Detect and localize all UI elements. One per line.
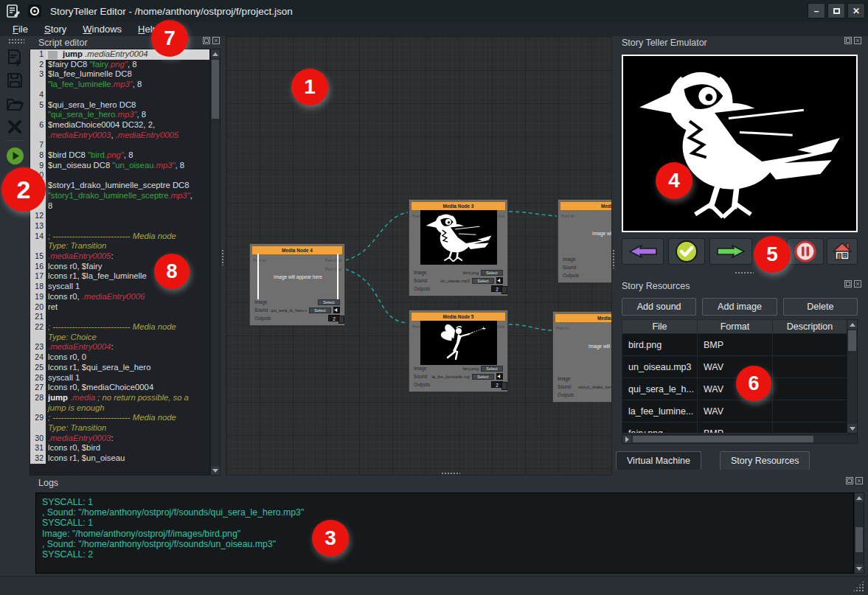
speaker-icon[interactable] xyxy=(333,307,340,313)
media-node-3[interactable]: Media Node 3 Port In Port Out Image bird… xyxy=(409,199,508,296)
code-line-32[interactable]: 32lcons r1, $un_oiseau xyxy=(30,453,209,464)
column-description[interactable]: Description xyxy=(773,320,847,333)
logs-scrollbar[interactable] xyxy=(854,493,864,574)
code-line-24[interactable]: 24lcons r0, 0 xyxy=(30,352,209,363)
code-line-26[interactable]: 26syscall 1 xyxy=(30,373,209,383)
app-window: StoryTeller Editor - /home/anthony/ostpr… xyxy=(0,0,868,595)
node-graph-canvas[interactable]: Media Node 4 Port In Port Out Port Out I… xyxy=(226,36,612,476)
next-button[interactable] xyxy=(709,238,752,265)
float-panel-icon[interactable] xyxy=(203,37,210,44)
menu-windows[interactable]: Windows xyxy=(76,24,128,35)
code-line-31[interactable]: 31lcons r0, $bird xyxy=(30,443,209,453)
code-line-21[interactable]: 21 xyxy=(30,312,209,322)
media-node-2[interactable]: Media Node 2 Port In Image will appear h… xyxy=(558,199,612,283)
outputs-spinbox[interactable]: 2 xyxy=(491,381,503,388)
splitter-handle[interactable] xyxy=(735,271,754,275)
code-line-20[interactable]: 20ret xyxy=(30,302,209,313)
speaker-icon[interactable] xyxy=(496,373,503,380)
select-sound-button[interactable]: Select xyxy=(472,374,494,380)
table-row[interactable]: fairy.pngBMP xyxy=(622,422,857,434)
line-number: 22 xyxy=(30,322,46,342)
select-image-button[interactable]: Select xyxy=(318,299,340,305)
code-line-5[interactable]: 5$qui_sera_le_hero DC8"qui_sera_le_hero.… xyxy=(30,100,209,120)
code-line-25[interactable]: 25lcons r1, $qui_sera_le_hero xyxy=(30,363,209,373)
menu-story[interactable]: Story xyxy=(38,24,73,35)
select-sound-button[interactable]: Select xyxy=(309,307,331,313)
add-sound-button[interactable]: Add sound xyxy=(622,298,696,316)
code-line-4[interactable]: 4 xyxy=(30,90,209,100)
media-node-6[interactable]: Media Node 6 Port In Image will appear h… xyxy=(552,311,612,403)
table-hscrollbar[interactable] xyxy=(622,434,858,444)
float-panel-icon[interactable] xyxy=(846,477,853,484)
code-line-6[interactable]: 6$mediaChoice0004 DC32, 2,.mediaEntry000… xyxy=(30,120,209,140)
table-vscrollbar[interactable] xyxy=(847,319,858,434)
code-line-11[interactable]: 11$story1_drako_luminelle_sceptre DC8"st… xyxy=(30,181,209,211)
splitter-handle[interactable] xyxy=(612,249,616,268)
code-line-7[interactable]: 7 xyxy=(30,140,209,150)
new-file-button[interactable] xyxy=(5,48,24,67)
select-image-button[interactable]: Select xyxy=(481,366,503,372)
check-icon xyxy=(675,240,698,263)
tab-story-resources[interactable]: Story Resources xyxy=(720,451,810,470)
media-node-5[interactable]: Media Node 5 Port In Port Out Image fair… xyxy=(409,310,508,392)
line-number: 1 xyxy=(30,49,46,60)
code-line-23[interactable]: 23.mediaEntry0004: xyxy=(30,342,209,352)
close-panel-icon[interactable]: × xyxy=(854,37,861,44)
outputs-spinbox[interactable]: 2 xyxy=(491,285,503,292)
code-line-2[interactable]: 2$fairy DC8 "fairy.png", 8 xyxy=(30,60,209,70)
code-line-3[interactable]: 3$la_fee_luminelle DC8"la_fee_luminelle.… xyxy=(30,69,209,89)
table-header[interactable]: File Format Description xyxy=(622,320,857,334)
delete-button[interactable]: Delete xyxy=(783,298,858,316)
code-line-12[interactable]: 12 xyxy=(30,211,209,221)
float-panel-icon[interactable] xyxy=(844,280,852,288)
select-image-button[interactable]: Select xyxy=(481,270,503,276)
media-node-4[interactable]: Media Node 4 Port In Port Out Port Out I… xyxy=(249,243,345,326)
editor-scrollbar[interactable] xyxy=(210,49,221,476)
code-line-27[interactable]: 27lcons r0, $mediaChoice0004 xyxy=(30,383,209,393)
menu-file[interactable]: File xyxy=(6,24,35,35)
titlebar[interactable]: StoryTeller Editor - /home/anthony/ostpr… xyxy=(0,0,868,22)
run-button[interactable] xyxy=(5,146,24,165)
ok-button[interactable] xyxy=(668,238,705,265)
open-button[interactable] xyxy=(5,95,24,114)
select-sound-button[interactable]: Select xyxy=(472,278,494,284)
code-line-19[interactable]: 19lcons r0, .mediaEntry0006 xyxy=(30,292,209,302)
code-line-22[interactable]: 22; ---------------------------- Media n… xyxy=(30,322,209,342)
add-image-button[interactable]: Add image xyxy=(702,298,777,316)
line-number: 31 xyxy=(30,443,46,453)
code-line-10[interactable]: 10 xyxy=(30,170,209,181)
maximize-button[interactable] xyxy=(827,3,845,18)
minimize-button[interactable]: – xyxy=(808,3,825,18)
code-line-13[interactable]: 13 xyxy=(30,221,209,232)
speaker-icon[interactable] xyxy=(496,277,503,284)
logs-output[interactable]: SYSCALL: 1, Sound: "/home/anthony/ostpro… xyxy=(35,493,854,574)
close-project-button[interactable] xyxy=(5,117,24,136)
code-line-8[interactable]: 8$bird DC8 "bird.png", 8 xyxy=(30,150,209,161)
close-panel-icon[interactable]: × xyxy=(212,37,220,44)
tab-virtual-machine[interactable]: Virtual Machine xyxy=(616,451,701,470)
back-button[interactable] xyxy=(622,238,664,265)
resize-grip[interactable] xyxy=(853,580,864,592)
statusbar xyxy=(0,576,868,595)
code-line-14[interactable]: 14; ---------------------------- Media n… xyxy=(30,232,209,251)
table-row[interactable]: la_fee_lumine...WAV xyxy=(622,400,857,422)
table-row[interactable]: bird.pngBMP xyxy=(622,334,857,356)
outputs-spinbox[interactable]: 2 xyxy=(328,315,340,321)
close-panel-icon[interactable]: × xyxy=(855,477,863,484)
float-panel-icon[interactable] xyxy=(844,37,852,44)
toolbar-drag-handle[interactable] xyxy=(8,38,24,44)
splitter-handle[interactable] xyxy=(441,472,460,476)
pause-button[interactable] xyxy=(787,238,824,265)
code-line-30[interactable]: 30.mediaEntry0003: xyxy=(30,434,209,444)
code-line-29[interactable]: 29; ---------------------------- Media n… xyxy=(30,413,209,433)
close-button[interactable]: ✕ xyxy=(847,3,865,18)
home-button[interactable] xyxy=(827,238,858,265)
save-button[interactable] xyxy=(5,71,24,90)
column-file[interactable]: File xyxy=(622,320,698,333)
close-panel-icon[interactable]: × xyxy=(854,280,861,288)
splitter-handle[interactable] xyxy=(221,249,225,265)
column-format[interactable]: Format xyxy=(698,320,773,333)
close-project-icon xyxy=(7,119,22,134)
code-line-9[interactable]: 9$un_oiseau DC8 "un_oiseau.mp3", 8 xyxy=(30,161,209,171)
code-line-28[interactable]: 28jump .media ; no return possible, so a… xyxy=(30,393,209,413)
